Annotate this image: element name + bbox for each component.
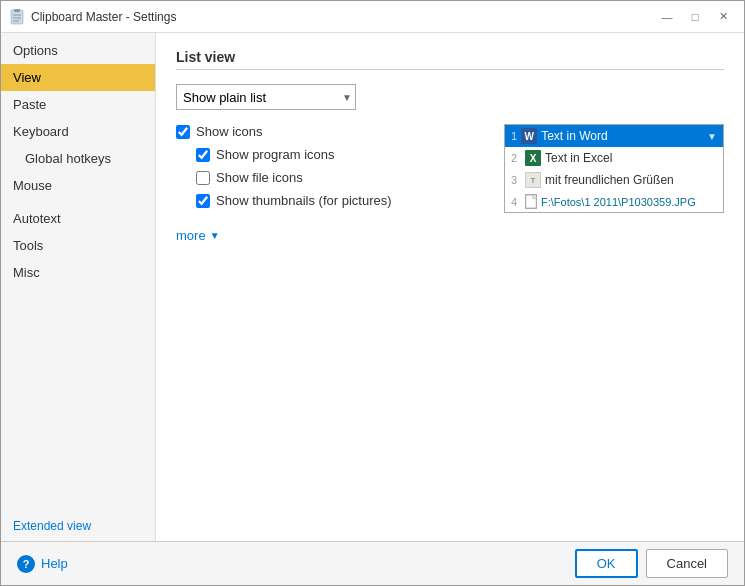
sidebar-item-global-hotkeys[interactable]: Global hotkeys [1, 145, 155, 172]
cancel-button[interactable]: Cancel [646, 549, 728, 578]
excel-icon: X [525, 150, 541, 166]
maximize-button[interactable]: □ [682, 7, 708, 27]
help-link[interactable]: ? Help [17, 555, 68, 573]
list-style-dropdown-wrapper: Show plain list Show detailed list Show … [176, 84, 356, 110]
sidebar-nav: Options View Paste Keyboard Global hotke… [1, 33, 155, 290]
sidebar-item-tools[interactable]: Tools [1, 232, 155, 259]
sidebar-item-autotext[interactable]: Autotext [1, 205, 155, 232]
extended-view-link[interactable]: Extended view [13, 519, 91, 533]
section-title: List view [176, 49, 724, 70]
sidebar-item-view[interactable]: View [1, 64, 155, 91]
titlebar: Clipboard Master - Settings — □ ✕ [1, 1, 744, 33]
show-icons-label[interactable]: Show icons [196, 124, 262, 139]
preview-dropdown-icon: ▼ [707, 131, 717, 142]
svg-rect-0 [11, 10, 23, 24]
sidebar-item-options[interactable]: Options [1, 37, 155, 64]
show-icons-checkbox[interactable] [176, 125, 190, 139]
main-content: Options View Paste Keyboard Global hotke… [1, 33, 744, 541]
content-area: List view Show plain list Show detailed … [156, 33, 744, 541]
show-program-icons-label[interactable]: Show program icons [216, 147, 335, 162]
sidebar-item-keyboard[interactable]: Keyboard [1, 118, 155, 145]
left-options: Show icons Show program icons Show file … [176, 124, 464, 243]
more-arrow-icon: ▼ [210, 230, 220, 241]
sub-options: Show program icons Show file icons Show … [196, 147, 464, 208]
sidebar-footer: Extended view [1, 510, 155, 541]
main-window: Clipboard Master - Settings — □ ✕ Option… [0, 0, 745, 586]
preview-item-3[interactable]: 3 T mit freundlichen Grüßen [505, 169, 723, 191]
window-controls: — □ ✕ [654, 7, 736, 27]
preview-item-1[interactable]: 1 W Text in Word ▼ [505, 125, 723, 147]
show-thumbnails-checkbox[interactable] [196, 194, 210, 208]
sidebar-item-misc[interactable]: Misc [1, 259, 155, 286]
help-label: Help [41, 556, 68, 571]
show-file-icons-label[interactable]: Show file icons [216, 170, 303, 185]
ok-button[interactable]: OK [575, 549, 638, 578]
show-program-icons-checkbox[interactable] [196, 148, 210, 162]
show-thumbnails-label[interactable]: Show thumbnails (for pictures) [216, 193, 392, 208]
bottom-bar: ? Help OK Cancel [1, 541, 744, 585]
show-thumbnails-row: Show thumbnails (for pictures) [196, 193, 464, 208]
svg-rect-1 [14, 9, 20, 12]
minimize-button[interactable]: — [654, 7, 680, 27]
titlebar-left: Clipboard Master - Settings [9, 9, 176, 25]
preview-item-3-text: mit freundlichen Grüßen [545, 173, 674, 187]
show-icons-row: Show icons [176, 124, 464, 139]
preview-panel: 1 W Text in Word ▼ 2 X Text in Excel 3 [504, 124, 724, 213]
show-file-icons-checkbox[interactable] [196, 171, 210, 185]
show-file-icons-row: Show file icons [196, 170, 464, 185]
dialog-buttons: OK Cancel [575, 549, 728, 578]
file-icon [525, 194, 537, 209]
more-link[interactable]: more ▼ [176, 228, 220, 243]
preview-item-2-text: Text in Excel [545, 151, 612, 165]
text-icon: T [525, 172, 541, 188]
app-icon [9, 9, 25, 25]
preview-item-4-text: F:\Fotos\1 2011\P1030359.JPG [541, 196, 696, 208]
sidebar-item-paste[interactable]: Paste [1, 91, 155, 118]
word-icon: W [521, 128, 537, 144]
sidebar-item-mouse[interactable]: Mouse [1, 172, 155, 199]
preview-item-4[interactable]: 4 F:\Fotos\1 2011\P1030359.JPG [505, 191, 723, 212]
options-section: Show icons Show program icons Show file … [176, 124, 724, 243]
preview-item-1-text: Text in Word [541, 129, 607, 143]
close-button[interactable]: ✕ [710, 7, 736, 27]
show-program-icons-row: Show program icons [196, 147, 464, 162]
help-icon: ? [17, 555, 35, 573]
sidebar: Options View Paste Keyboard Global hotke… [1, 33, 156, 541]
dropdown-container: Show plain list Show detailed list Show … [176, 84, 724, 110]
window-title: Clipboard Master - Settings [31, 10, 176, 24]
list-style-dropdown[interactable]: Show plain list Show detailed list Show … [176, 84, 356, 110]
preview-item-2[interactable]: 2 X Text in Excel [505, 147, 723, 169]
